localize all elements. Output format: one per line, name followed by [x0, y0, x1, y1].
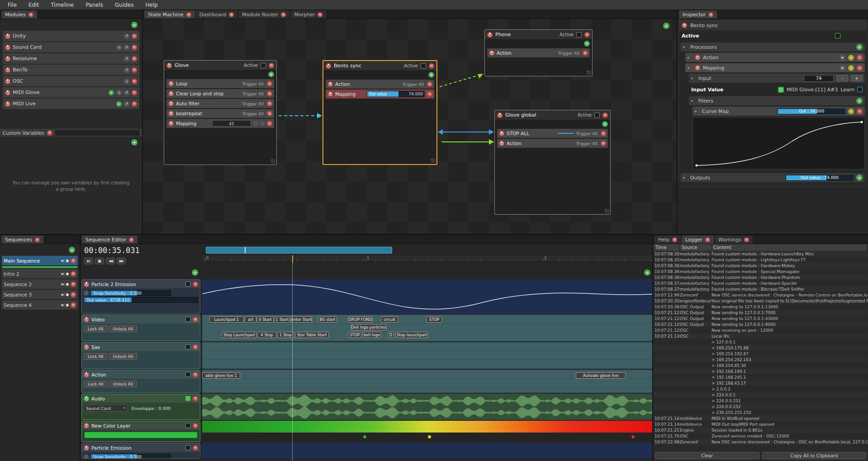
curve-map-header[interactable]: Curve Map Out : 74.000 [693, 107, 865, 116]
track-sax[interactable] [202, 342, 652, 369]
power-icon[interactable] [695, 55, 700, 60]
power-icon[interactable] [166, 63, 172, 68]
chevron-down-icon[interactable] [688, 66, 692, 70]
node-item-stop-all[interactable]: STOP ALLTrigger All [497, 129, 608, 138]
module-item-bento[interactable]: BenTo [3, 65, 139, 75]
resize-handle[interactable] [271, 159, 275, 164]
close-icon[interactable] [35, 237, 40, 242]
menu-timeline[interactable]: Timeline [45, 0, 80, 10]
remove-badge-icon[interactable] [857, 55, 863, 61]
node-item-clear-loop-and-stop[interactable]: Clear Loop and stopTrigger All [166, 89, 274, 98]
add-layer-button[interactable] [192, 269, 198, 276]
node-item-mapping[interactable]: Mapping41 [166, 119, 274, 128]
remove-badge-icon[interactable] [857, 65, 863, 71]
play-icon[interactable] [62, 272, 64, 276]
power-icon[interactable] [168, 121, 174, 126]
audio-device-select[interactable]: Sound Card▾ [84, 405, 127, 412]
clip-1-start[interactable]: 1 Start [275, 316, 290, 323]
add-badge-icon[interactable] [848, 55, 854, 61]
close-icon[interactable] [672, 237, 677, 242]
add-badge-icon[interactable] [848, 65, 854, 71]
layer-header[interactable]: Action [82, 370, 200, 379]
lock-all-button[interactable]: Lock All [84, 381, 108, 387]
stop-icon[interactable] [66, 303, 69, 307]
remove-badge-icon[interactable] [857, 108, 863, 114]
menu-guides[interactable]: Guides [109, 0, 140, 10]
close-icon[interactable] [583, 50, 588, 56]
state-machine-canvas[interactable]: GloveActiveLoopTrigger AllClear Loop and… [143, 19, 677, 234]
clear-button[interactable]: Clear [655, 452, 759, 459]
sequence-item-main-sequence[interactable]: Main Sequence [2, 256, 78, 265]
layer-color-bar[interactable] [85, 432, 197, 438]
menu-edit[interactable]: Edit [23, 0, 45, 10]
node-item-auto-filter[interactable]: Auto filterTrigger All [166, 99, 274, 108]
power-icon[interactable] [326, 63, 331, 69]
node-item-mapping[interactable]: MappingOut value74.000 [326, 89, 434, 99]
input-section-header[interactable]: Input 74 - + [689, 74, 865, 83]
node-item-action[interactable]: ActionTrigger All [326, 80, 434, 89]
layer-header[interactable]: Video [82, 315, 200, 324]
power-icon[interactable] [5, 101, 10, 107]
power-icon[interactable] [168, 81, 174, 86]
node-header[interactable]: Bento syncActive [323, 61, 436, 71]
power-icon[interactable] [5, 45, 10, 50]
close-icon[interactable] [318, 12, 323, 17]
layer-sax[interactable]: SaxLock AllUnlock All [81, 342, 200, 369]
trigger-all-button[interactable]: Trigger All [558, 51, 579, 56]
power-icon[interactable] [84, 372, 89, 377]
chevron-down-icon[interactable] [683, 176, 688, 180]
add-item-button[interactable] [602, 121, 608, 127]
processor-mapping-row[interactable]: Mapping [685, 63, 865, 72]
layer-header[interactable]: Particle Emission [82, 443, 200, 452]
node-phone[interactable]: PhoneActiveActionTrigger All [484, 29, 593, 76]
stop-icon[interactable] [66, 282, 69, 286]
close-icon[interactable] [132, 45, 137, 50]
active-checkbox[interactable] [835, 33, 840, 38]
close-icon[interactable] [129, 237, 134, 242]
outputs-section-header[interactable]: Outputs Out value : 74.000 [681, 173, 865, 182]
detach-icon[interactable] [124, 33, 129, 39]
connection-bento-phone[interactable] [440, 75, 479, 87]
lock-all-button[interactable]: Lock All [84, 353, 108, 360]
layer-header[interactable]: New Color Layer [82, 421, 200, 430]
node-item-beatrepeat[interactable]: beatrepeatTrigger All [166, 109, 274, 118]
sequences-tab-sequences[interactable]: Sequences [1, 235, 43, 244]
collapse-badge-icon[interactable] [840, 65, 845, 71]
clip-enter-start[interactable]: enter Start [291, 316, 312, 323]
increment-button[interactable]: + [851, 75, 863, 81]
log-column-content[interactable]: Content [711, 244, 868, 251]
close-icon[interactable] [281, 12, 286, 17]
resize-handle[interactable] [431, 159, 436, 163]
play-icon[interactable] [62, 259, 64, 263]
chevron-down-icon[interactable] [695, 109, 699, 113]
close-icon[interactable] [132, 101, 137, 107]
power-icon[interactable] [5, 90, 10, 95]
close-icon[interactable] [193, 344, 198, 350]
close-icon[interactable] [71, 258, 76, 263]
curve-out-bar[interactable]: Out : 74.000 [778, 108, 845, 114]
node-header[interactable]: PhoneActive [485, 30, 592, 40]
close-icon[interactable] [744, 237, 749, 242]
node-item-action[interactable]: ActionTrigger All [487, 48, 590, 57]
power-icon[interactable] [5, 56, 10, 61]
clip-circuit[interactable]: circuit [381, 316, 398, 323]
clip-launchpad-1[interactable]: Launchpad 1 [209, 316, 244, 323]
power-icon[interactable] [168, 111, 174, 116]
input-icon[interactable] [116, 90, 122, 95]
close-icon[interactable] [132, 90, 137, 95]
layer-audio[interactable]: AudioSound Card▾Enveloppe : 0.000 [81, 394, 200, 420]
power-icon[interactable] [84, 423, 89, 428]
close-icon[interactable] [267, 81, 272, 86]
layer-particle-2-emission[interactable]: Particle 2 EmissionSnap Sensitivity : 0.… [81, 279, 200, 314]
add-item-button[interactable] [428, 72, 434, 78]
chevron-down-icon[interactable] [691, 99, 696, 103]
remote-control-icon[interactable] [778, 87, 784, 93]
close-icon[interactable] [193, 423, 198, 428]
clip-bell-logo[interactable]: bell logo [362, 332, 381, 338]
close-icon[interactable] [269, 63, 274, 68]
add-state-button[interactable] [663, 23, 669, 29]
module-item-unity[interactable]: Unity [3, 31, 139, 41]
add-module-button[interactable] [131, 22, 138, 28]
close-icon[interactable] [602, 113, 608, 118]
detach-icon[interactable] [124, 67, 129, 73]
